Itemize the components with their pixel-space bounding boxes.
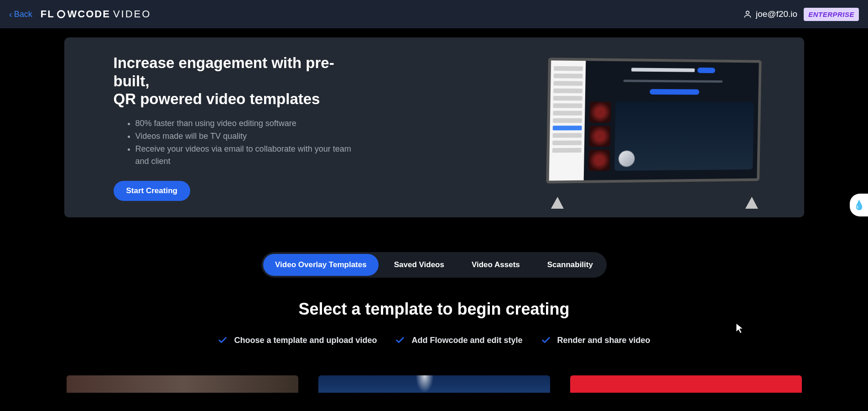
step-label: Add Flowcode and edit style: [411, 336, 522, 345]
step-item: Add Flowcode and edit style: [395, 335, 522, 345]
step-label: Choose a template and upload video: [234, 336, 377, 345]
template-card[interactable]: [570, 375, 802, 393]
tab-video-assets[interactable]: Video Assets: [460, 254, 532, 276]
tv-illustration-sidebar: [549, 61, 586, 181]
user-icon: [743, 10, 752, 19]
back-button[interactable]: ‹ Back: [9, 10, 32, 19]
hero-heading-line2: QR powered video templates: [114, 90, 320, 107]
hero-heading-line1: Increase engagement with pre-built,: [114, 54, 334, 90]
logo-suffix: WCODE: [68, 8, 110, 20]
template-card[interactable]: [67, 375, 298, 393]
hero-illustration: [547, 59, 764, 196]
user-menu[interactable]: joe@f20.io: [743, 9, 797, 19]
user-email-text: joe@f20.io: [756, 9, 797, 19]
hero-text: Increase engagement with pre-built, QR p…: [114, 54, 360, 201]
tab-scannability[interactable]: Scannability: [535, 254, 605, 276]
hero-bullet: Receive your videos via email to collabo…: [135, 143, 360, 169]
logo-prefix: FL: [41, 8, 55, 20]
header-right: joe@f20.io ENTERPRISE: [743, 8, 859, 21]
logo[interactable]: FLWCODE VIDEO: [41, 8, 151, 20]
back-label: Back: [14, 10, 32, 19]
section-title: Select a template to begin creating: [0, 300, 868, 319]
tv-frame: [546, 58, 761, 184]
hero-bullet: Videos made will be TV quality: [135, 130, 360, 143]
help-widget[interactable]: 💧: [850, 194, 868, 216]
step-item: Render and share video: [541, 335, 650, 345]
svg-point-0: [746, 11, 749, 14]
tv-illustration-main: [583, 61, 759, 180]
tab-video-overlay-templates[interactable]: Video Overlay Templates: [263, 254, 379, 276]
logo-video: VIDEO: [113, 8, 151, 20]
app-header: ‹ Back FLWCODE VIDEO joe@f20.io ENTERPRI…: [0, 0, 868, 28]
template-card[interactable]: [318, 375, 550, 393]
tabs: Video Overlay Templates Saved Videos Vid…: [261, 252, 607, 278]
logo-ring-icon: [57, 10, 65, 18]
tv-stand: [547, 197, 761, 209]
step-label: Render and share video: [557, 336, 650, 345]
hero-card: Increase engagement with pre-built, QR p…: [64, 37, 804, 217]
droplet-icon: 💧: [853, 200, 865, 211]
template-cards-row: [0, 375, 868, 393]
check-icon: [395, 335, 405, 345]
hero-bullets: 80% faster than using video editing soft…: [114, 117, 360, 169]
plan-badge: ENTERPRISE: [804, 8, 859, 21]
hero-bullet: 80% faster than using video editing soft…: [135, 117, 360, 130]
tabs-container: Video Overlay Templates Saved Videos Vid…: [0, 252, 868, 278]
tab-saved-videos[interactable]: Saved Videos: [382, 254, 456, 276]
check-icon: [218, 335, 228, 345]
chevron-left-icon: ‹: [9, 10, 12, 19]
steps-row: Choose a template and upload video Add F…: [0, 335, 868, 345]
step-item: Choose a template and upload video: [218, 335, 377, 345]
header-left: ‹ Back FLWCODE VIDEO: [9, 8, 151, 20]
start-creating-button[interactable]: Start Creating: [114, 181, 190, 201]
main-content: Increase engagement with pre-built, QR p…: [0, 28, 868, 393]
check-icon: [541, 335, 551, 345]
hero-heading: Increase engagement with pre-built, QR p…: [114, 54, 360, 108]
